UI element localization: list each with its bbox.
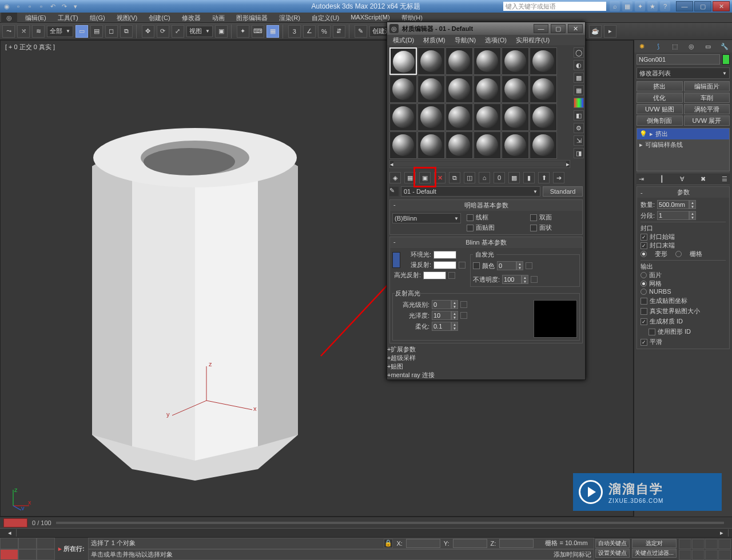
fov-icon[interactable]: [705, 539, 718, 549]
menu-create[interactable]: 创建(C): [143, 13, 176, 22]
btn-turbosmooth[interactable]: 涡轮平滑: [684, 104, 730, 114]
undo-icon[interactable]: ↶: [48, 2, 57, 11]
rollup-mr[interactable]: +mental ray 连接: [387, 371, 585, 379]
zoom-ext-icon[interactable]: [718, 539, 731, 549]
sample-slot[interactable]: [417, 75, 445, 103]
help-search-input[interactable]: 键入关键字或短语: [503, 2, 606, 11]
smooth-check[interactable]: [640, 339, 647, 346]
new-icon[interactable]: ▫: [14, 2, 23, 11]
opacity-map-slot[interactable]: [531, 276, 538, 283]
selfillum-spinner[interactable]: ▲▼: [516, 261, 523, 270]
spinner-snap-icon[interactable]: ⇵: [333, 25, 345, 38]
diffuse-swatch[interactable]: [433, 261, 456, 269]
specular-swatch[interactable]: [423, 271, 446, 279]
spec-level-spinner[interactable]: ▲▼: [451, 300, 458, 309]
percent-snap-icon[interactable]: %: [318, 25, 331, 38]
video-color-icon[interactable]: [574, 98, 584, 108]
favorite-icon[interactable]: ★: [647, 1, 658, 11]
sample-type-icon[interactable]: ◯: [574, 47, 584, 58]
remove-mod-icon[interactable]: ✖: [701, 175, 706, 183]
wire-check[interactable]: [467, 214, 474, 221]
sample-slot[interactable]: [417, 47, 445, 75]
orbit-icon[interactable]: [692, 550, 705, 560]
select-by-mat-icon[interactable]: ⇲: [574, 135, 584, 146]
amount-input[interactable]: [657, 200, 689, 209]
modify-tab-icon[interactable]: ⟆: [653, 41, 663, 51]
bind-space-icon[interactable]: ≋: [32, 25, 45, 38]
sample-slot[interactable]: [502, 103, 529, 131]
show-end-result-icon[interactable]: ▮: [523, 172, 535, 183]
mat-min-button[interactable]: —: [534, 24, 548, 33]
sample-slot[interactable]: [502, 131, 529, 159]
btn-uvwmap[interactable]: UVW 贴图: [636, 104, 683, 114]
window-cross-icon[interactable]: ⧉: [120, 25, 133, 38]
mat-menu-nav[interactable]: 导航(N): [450, 35, 480, 45]
goto-end-icon[interactable]: [37, 549, 55, 561]
min-vp-icon[interactable]: [718, 550, 731, 560]
faceted-check[interactable]: [530, 225, 537, 231]
minimize-button[interactable]: —: [676, 1, 693, 11]
snap-3-icon[interactable]: 3: [288, 25, 301, 38]
btn-optimize[interactable]: 优化: [636, 93, 683, 103]
rollup-ss[interactable]: +超级采样: [387, 354, 585, 362]
sample-slot[interactable]: [445, 103, 473, 131]
stack-item-extrude[interactable]: 💡▸挤出: [637, 129, 729, 139]
sample-slot[interactable]: [474, 75, 501, 103]
time-slider-handle[interactable]: [3, 518, 27, 527]
object-color-swatch[interactable]: [722, 54, 730, 65]
sample-slot[interactable]: [502, 75, 529, 103]
sample-slot[interactable]: [502, 47, 529, 75]
facemap-check[interactable]: [467, 225, 474, 231]
angle-snap-icon[interactable]: ∠: [303, 25, 316, 38]
goto-start-icon[interactable]: [0, 538, 18, 549]
ref-coord-combo[interactable]: 视图▼: [186, 26, 213, 37]
sample-slot[interactable]: [530, 103, 557, 131]
background-icon[interactable]: ▩: [574, 73, 584, 83]
realworld-check[interactable]: [640, 308, 647, 315]
menu-animation[interactable]: 动画: [206, 13, 230, 22]
open-icon[interactable]: ▫: [25, 2, 34, 11]
sample-slot[interactable]: [474, 47, 501, 75]
menu-edit[interactable]: 编辑(E): [19, 13, 52, 22]
material-name-field[interactable]: 01 - Default▼: [401, 186, 540, 197]
next-frame-icon[interactable]: [18, 549, 37, 561]
sample-slot[interactable]: [417, 103, 445, 131]
keyboard-shortcut-icon[interactable]: ⌨: [252, 25, 264, 38]
menu-maxscript[interactable]: MAXScript(M): [345, 13, 395, 22]
opacity-input[interactable]: [502, 275, 522, 284]
mat-map-nav-icon[interactable]: ◨: [574, 148, 584, 158]
btn-uvwunwrap[interactable]: UVW 展开: [684, 115, 730, 126]
sample-slot[interactable]: [445, 131, 473, 159]
y-input[interactable]: [453, 539, 487, 548]
add-time-tag[interactable]: 添加时间标记: [554, 550, 591, 559]
sample-slot[interactable]: [530, 75, 557, 103]
scale-icon[interactable]: ⤢: [172, 25, 184, 38]
slot-scrollbar[interactable]: ◂▸: [389, 160, 570, 168]
select-manipulate-icon[interactable]: ✦: [237, 25, 249, 38]
z-input[interactable]: [499, 539, 534, 548]
rotate-icon[interactable]: ⟳: [157, 25, 169, 38]
useshapeid-check[interactable]: [649, 329, 655, 335]
move-icon[interactable]: ✥: [142, 25, 154, 38]
render-prod-icon[interactable]: ▸: [604, 25, 616, 38]
app-menu-icon[interactable]: ◉: [2, 2, 11, 11]
create-tab-icon[interactable]: ✺: [636, 41, 647, 51]
maximize-vp-icon[interactable]: [705, 550, 718, 560]
amb-diff-lock-icon[interactable]: [392, 252, 400, 268]
link-icon[interactable]: ⤳: [2, 25, 15, 38]
sample-slot[interactable]: [445, 47, 473, 75]
exchange-icon[interactable]: ✦: [635, 1, 645, 11]
menu-grapheditors[interactable]: 图形编辑器: [230, 13, 273, 22]
bulb-icon[interactable]: 💡: [639, 130, 647, 138]
maximize-button[interactable]: ▢: [694, 1, 711, 11]
select-rect-icon[interactable]: ◻: [105, 25, 118, 38]
make-preview-icon[interactable]: ◧: [574, 110, 584, 121]
btn-lathe[interactable]: 车削: [684, 93, 730, 103]
mat-menu-util[interactable]: 实用程序(U): [511, 35, 554, 45]
app-icon[interactable]: ◎: [1, 13, 17, 23]
help-icon[interactable]: ?: [660, 1, 670, 11]
rollup-ext[interactable]: +扩展参数: [387, 345, 585, 354]
sample-slot-1[interactable]: [389, 47, 417, 75]
material-type-button[interactable]: Standard: [543, 186, 583, 197]
material-editor-window[interactable]: ◎ 材质编辑器 - 01 - Default — ▢ ✕ 模式(D) 材质(M)…: [387, 22, 586, 380]
